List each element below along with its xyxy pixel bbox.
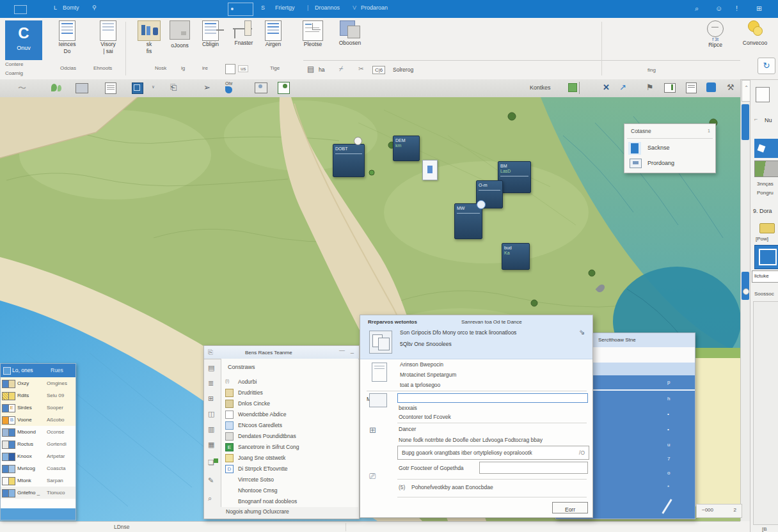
tab-droannos[interactable]: Droannos xyxy=(315,4,340,11)
layer-row[interactable]: Oxzy Omgines xyxy=(1,377,75,389)
scrollbar-thumb[interactable] xyxy=(742,272,749,300)
subtoolbar-ha-label[interactable]: ha xyxy=(319,66,324,73)
cut-icon[interactable]: ✂ xyxy=(358,65,363,72)
layout-blue-icon[interactable] xyxy=(754,245,778,269)
dialog-row-arinson[interactable]: Arinson Bwepocin xyxy=(400,361,443,368)
notifications-icon[interactable]: ! xyxy=(736,4,738,12)
layer-row[interactable]: Mboond Oconse xyxy=(1,426,75,438)
delete-x-icon[interactable]: ✕ xyxy=(603,82,610,92)
strip-rows-icon[interactable]: ▥ xyxy=(208,425,214,434)
map-marker-document[interactable] xyxy=(422,160,438,180)
edit-vertices-icon[interactable]: ↗ xyxy=(619,82,626,92)
tab-s[interactable]: S xyxy=(261,4,265,11)
field3-input[interactable] xyxy=(479,462,588,474)
mini-doc-icon[interactable] xyxy=(225,64,235,74)
strip-layers-icon[interactable]: ≣ xyxy=(208,379,214,387)
map-marker-bud[interactable]: bud Ka xyxy=(502,243,530,270)
window-controls-icon[interactable]: ⊞ xyxy=(756,4,762,13)
panel-icon[interactable] xyxy=(664,83,676,93)
vertex-icon[interactable]: ᵥ xyxy=(152,82,154,89)
context-menu-item-prordoang[interactable]: Prordoang xyxy=(626,156,713,171)
right-item-dora[interactable]: 9. Dora xyxy=(753,208,772,214)
map-thumbnail[interactable] xyxy=(754,160,778,177)
tools-crossed-icon[interactable]: ⚒ xyxy=(727,82,734,92)
tool-item[interactable]: Drudritties xyxy=(224,387,356,398)
tool-item[interactable]: E Sancetrore in Sifrut Cong xyxy=(224,442,356,453)
strip-box-icon[interactable]: ⊞ xyxy=(208,395,214,403)
us-chip[interactable]: us xyxy=(238,65,248,72)
strip-pen-icon[interactable]: ✎ xyxy=(208,476,214,485)
context-menu-item-sacknse[interactable]: Sacknse xyxy=(626,141,713,156)
sync-cloud-icon[interactable]: ↻ xyxy=(758,58,775,74)
name-input[interactable] xyxy=(397,393,588,403)
minus-icon[interactable] xyxy=(216,29,224,31)
ribbon-button-airgen[interactable]: Airgen xyxy=(255,20,292,48)
tool-item[interactable]: Dendates Poundidtbnas xyxy=(224,431,356,442)
measure-angle-icon[interactable]: ⌿ xyxy=(339,65,344,73)
attribute-list-icon[interactable] xyxy=(686,82,697,93)
layer-row[interactable]: B Voone Aßcobo xyxy=(1,414,75,426)
strip-clock-icon[interactable]: ◫ xyxy=(208,410,214,418)
map-marker-mw[interactable]: MW xyxy=(454,203,482,239)
cursor-arrow-icon[interactable]: ➢ xyxy=(203,82,210,92)
page-edit-icon[interactable]: ⎗ xyxy=(170,82,177,93)
tab-prodaroan[interactable]: Prodaroan xyxy=(361,4,388,11)
ribbon-button-visory[interactable]: Visory | sai xyxy=(90,20,127,55)
user-icon[interactable]: ☺ xyxy=(715,4,722,12)
layer-row[interactable]: Gntefno _ Tlonuco xyxy=(1,487,75,499)
ribbon-button-ieinces[interactable]: Ieinces Do xyxy=(49,20,86,55)
green-cube-icon[interactable] xyxy=(568,83,577,92)
scrollbar-thumb[interactable] xyxy=(742,104,749,140)
minimize-icon[interactable]: — xyxy=(339,347,345,354)
document-tool-icon[interactable] xyxy=(105,82,116,94)
expression-input[interactable]: Bupg goaork orangtbats itber ortytplelio… xyxy=(397,446,589,460)
dialog-row-toat[interactable]: toat a tprlosegoo xyxy=(400,382,440,388)
monitor-icon[interactable] xyxy=(75,83,88,93)
tool-item[interactable]: Joang Sne otstwetk xyxy=(224,453,356,464)
ribbon-button-pleotse[interactable]: Pleotse xyxy=(294,20,331,48)
tab-friertgy[interactable]: Friertgy xyxy=(275,4,295,11)
tool-item[interactable]: Woendctbbe Abdice xyxy=(224,409,356,420)
right-item-soossoc[interactable]: Soossoc xyxy=(754,291,774,297)
tool-item[interactable]: Nhontooe Cmsg xyxy=(224,485,356,496)
map-circle-marker[interactable] xyxy=(354,137,362,145)
droplet-icon[interactable] xyxy=(225,86,232,93)
selection-box-icon[interactable] xyxy=(132,82,143,94)
c6-chip[interactable]: C|6 xyxy=(372,66,385,74)
layer-row[interactable]: Knoox Artpetar xyxy=(1,450,75,462)
balloon-marker-icon[interactable] xyxy=(51,84,57,91)
strip-search-icon[interactable]: ⌕ xyxy=(208,494,212,503)
catalog-doc-icon[interactable] xyxy=(756,87,770,102)
ribbon-button-convecoo[interactable]: Convecoo xyxy=(736,20,774,47)
run-button[interactable]: Eorr xyxy=(552,502,588,513)
layer-row[interactable]: E Sirdes Sooper xyxy=(1,402,75,414)
layer-row[interactable]: Roctus Gortendi xyxy=(1,438,75,450)
lictuke-field[interactable]: lictuke xyxy=(752,270,778,283)
collapse-icon[interactable]: _ xyxy=(351,347,354,354)
app-menu-button[interactable]: C Onuv xyxy=(5,20,42,60)
ribbon-button-cbligin[interactable]: Cbligin xyxy=(192,20,229,48)
geoprocessing-title-bar[interactable]: ⎘ Bens Races Teanme — _ xyxy=(204,346,359,359)
search-icon[interactable]: ⌕ xyxy=(695,4,699,13)
right-item-nu[interactable]: Nu xyxy=(765,117,772,123)
table-icon[interactable]: ▤ xyxy=(307,65,314,74)
right-item-3nncas[interactable]: 3nnças xyxy=(757,181,774,187)
checkbox-label[interactable]: Pohonefveotkby aoan Eonocbdae xyxy=(411,484,493,490)
tool-item[interactable]: ENcoos Garedlets xyxy=(224,420,356,431)
pouch-icon[interactable] xyxy=(706,82,716,92)
sketch-tool-icon[interactable]: 〜 xyxy=(18,82,26,94)
pin-icon[interactable]: ⚲ xyxy=(92,4,97,11)
map-scrollbar[interactable]: ⌃ xyxy=(740,80,750,521)
quick-access-box[interactable] xyxy=(228,3,253,16)
tool-item[interactable]: Dnlos Cincke xyxy=(224,398,356,409)
strip-grid-icon[interactable]: ▤ xyxy=(208,364,214,372)
bookmark-icon[interactable]: ⚑ xyxy=(646,82,654,92)
app-window-icon[interactable] xyxy=(14,5,27,14)
ribbon-button-oboosen[interactable]: Oboosen xyxy=(331,20,369,47)
right-item-pow[interactable]: [Pow] xyxy=(756,236,768,242)
layer-row[interactable]: Mtonk Sarpan xyxy=(1,474,75,487)
person-desk-icon[interactable] xyxy=(255,82,267,93)
ribbon-button-ripce[interactable]: f 3t Ripce xyxy=(697,20,733,49)
tool-item[interactable]: Virrrcete Sotso xyxy=(224,474,356,485)
resize-arrow-icon[interactable]: ⇘ xyxy=(579,328,585,336)
